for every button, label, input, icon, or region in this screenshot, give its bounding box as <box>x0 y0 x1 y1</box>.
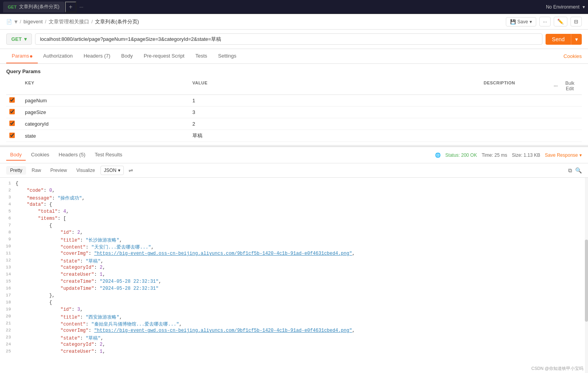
res-tab-cookies[interactable]: Cookies <box>27 149 53 161</box>
json-format-selector[interactable]: JSON ▾ <box>100 166 124 175</box>
json-actions: ⧉ 🔍 <box>568 167 582 174</box>
value-header: VALUE <box>189 79 481 93</box>
tab-body[interactable]: Body <box>116 49 138 63</box>
code-line-19: 19 "id": 3, <box>0 307 588 314</box>
code-line-4: 4 "data": { <box>0 202 588 209</box>
breadcrumb-root[interactable]: ▾ <box>14 18 18 25</box>
row1-desc[interactable] <box>481 98 551 103</box>
save-dropdown-icon[interactable]: ▾ <box>530 19 532 25</box>
res-tab-body[interactable]: Body <box>6 149 26 161</box>
new-tab-button[interactable]: + <box>65 2 76 12</box>
key-header: KEY <box>22 79 189 93</box>
row2-desc[interactable] <box>481 110 551 115</box>
res-tab-headers[interactable]: Headers (5) <box>55 149 90 161</box>
table-row: state 草稿 <box>6 130 582 142</box>
wrap-lines-icon[interactable]: ⇌ <box>129 167 133 173</box>
res-tab-test-results[interactable]: Test Results <box>91 149 126 161</box>
code-line-18: 18 { <box>0 300 588 307</box>
json-toolbar: Pretty Raw Preview Visualize JSON ▾ ⇌ ⧉ … <box>0 163 588 178</box>
row4-value[interactable]: 草稿 <box>189 130 481 142</box>
col-more-icon[interactable]: ··· <box>554 84 558 88</box>
row4-key[interactable]: state <box>22 131 189 141</box>
code-line-15: 15 "createTime": "2024-05-28 22:32:31", <box>0 279 588 286</box>
json-tab-preview[interactable]: Preview <box>46 166 71 175</box>
row3-key[interactable]: categoryId <box>22 119 189 129</box>
json-tab-raw[interactable]: Raw <box>28 166 45 175</box>
tab-tests[interactable]: Tests <box>190 49 213 63</box>
query-params-section: Query Params KEY VALUE DESCRIPTION ··· B… <box>0 64 588 142</box>
send-dropdown-icon[interactable]: ▾ <box>571 34 582 45</box>
code-line-22: 22 "coverImg": "https://big-event-gwd.os… <box>0 328 588 335</box>
edit-button[interactable]: ✏️ <box>554 17 567 26</box>
code-line-10: 10 "content": "天安门...爱去哪去哪...", <box>0 244 588 251</box>
bulk-edit-header: ··· Bulk Edit <box>551 79 582 93</box>
table-row: pageNum 1 <box>6 95 582 107</box>
tab-bar: GET 文章列表(条件分页) + ··· No Environment ▾ <box>0 0 588 14</box>
row2-checkbox[interactable] <box>9 109 15 114</box>
breadcrumb-file-icon: 📄 <box>6 19 12 25</box>
scrollbar-thumb[interactable] <box>585 240 588 322</box>
row3-checkbox[interactable] <box>9 121 15 126</box>
tab-authorization[interactable]: Authorization <box>38 49 78 63</box>
globe-icon: 🌐 <box>435 152 441 158</box>
code-line-7: 7 { <box>0 223 588 230</box>
send-label: Send <box>546 34 571 45</box>
method-label: GET <box>11 36 22 42</box>
status-code: Status: 200 OK <box>445 152 477 158</box>
url-bar: GET ▾ Send ▾ <box>0 30 588 49</box>
code-line-24: 24 "categoryId": 2, <box>0 342 588 349</box>
send-button[interactable]: Send ▾ <box>546 34 582 45</box>
save-button[interactable]: 💾 Save ▾ <box>506 17 536 26</box>
json-tab-visualize[interactable]: Visualize <box>72 166 99 175</box>
code-line-9: 9 "title": "长沙旅游攻略", <box>0 237 588 244</box>
format-dropdown-icon: ▾ <box>118 168 120 173</box>
breadcrumb-bigevent[interactable]: bigevent <box>23 19 42 25</box>
code-line-23: 23 "state": "草稿", <box>0 335 588 342</box>
json-tab-pretty[interactable]: Pretty <box>6 166 26 175</box>
tab-more-button[interactable]: ··· <box>76 4 86 10</box>
code-line-12: 12 "state": "草稿", <box>0 258 588 265</box>
scrollbar-track <box>585 178 588 373</box>
row1-checkbox[interactable] <box>9 97 15 103</box>
breadcrumb-articles[interactable]: 文章管理相关接口 <box>49 18 89 25</box>
env-selector[interactable]: No Environment ▾ <box>546 4 585 10</box>
row4-checkbox[interactable] <box>9 133 15 138</box>
checkbox-header <box>6 79 22 93</box>
request-tabs: Params Authorization Headers (7) Body Pr… <box>0 49 588 64</box>
breadcrumb-actions: 💾 Save ▾ ··· ✏️ ⊟ <box>506 17 582 26</box>
code-line-16: 16 "updateTime": "2024-05-28 22:32:31" <box>0 286 588 293</box>
code-line-5: 5 "total": 4, <box>0 209 588 216</box>
search-icon[interactable]: 🔍 <box>575 167 582 173</box>
copy-icon[interactable]: ⧉ <box>568 167 572 174</box>
method-selector[interactable]: GET ▾ <box>6 33 32 45</box>
row1-key[interactable]: pageNum <box>22 95 189 106</box>
split-button[interactable]: ⊟ <box>570 17 582 26</box>
code-line-8: 8 "id": 2, <box>0 230 588 237</box>
row1-value[interactable]: 1 <box>189 95 481 106</box>
code-line-21: 21 "content": "秦始皇兵马俑博物馆...爱去哪去哪...", <box>0 321 588 328</box>
bulk-edit-button[interactable]: Bulk Edit <box>561 81 579 91</box>
code-line-17: 17 }, <box>0 293 588 300</box>
query-params-title: Query Params <box>6 68 582 74</box>
row4-desc[interactable] <box>481 133 551 138</box>
request-tab[interactable]: GET 文章列表(条件分页) <box>3 2 64 12</box>
method-dropdown-icon: ▾ <box>24 36 27 42</box>
tab-title: 文章列表(条件分页) <box>19 4 60 10</box>
breadcrumb-current: 文章列表(条件分页) <box>95 18 139 25</box>
save-response-button[interactable]: Save Response ▾ <box>545 152 582 158</box>
row3-desc[interactable] <box>481 122 551 126</box>
save-response-arrow: ▾ <box>579 152 582 158</box>
response-time: Time: 25 ms <box>482 152 507 158</box>
row2-key[interactable]: pageSize <box>22 107 189 117</box>
row2-value[interactable]: 3 <box>189 107 481 117</box>
tab-settings[interactable]: Settings <box>213 49 242 63</box>
tab-prerequest[interactable]: Pre-request Script <box>138 49 190 63</box>
url-input[interactable] <box>35 33 543 45</box>
breadcrumb-more-button[interactable]: ··· <box>539 17 551 26</box>
cookies-link[interactable]: Cookies <box>563 53 582 59</box>
tab-params[interactable]: Params <box>6 49 38 63</box>
code-line-25: 25 "createUser": 1, <box>0 349 588 356</box>
tab-headers[interactable]: Headers (7) <box>78 49 116 63</box>
row3-value[interactable]: 2 <box>189 119 481 129</box>
code-line-13: 13 "categoryId": 2, <box>0 265 588 272</box>
